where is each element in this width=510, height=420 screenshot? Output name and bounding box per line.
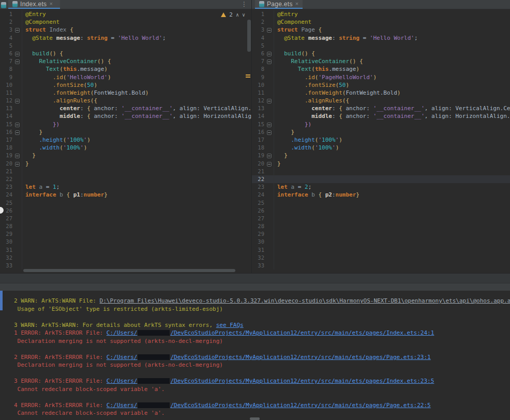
build-console[interactable]: 2 WARN: ArkTS:WARN File: D:\Program File… [0, 291, 510, 420]
file-link[interactable]: C:/Users/ [107, 378, 138, 384]
close-tab-icon[interactable]: × [295, 1, 298, 7]
code-line[interactable]: 21 [252, 168, 510, 175]
fold-icon[interactable] [267, 130, 272, 135]
horizontal-scrollbar[interactable] [23, 269, 235, 272]
code-line[interactable]: 25 [0, 199, 251, 207]
code-line[interactable]: 3struct Page { [252, 26, 510, 34]
code-line[interactable]: 16 } [0, 128, 251, 136]
code-line[interactable]: 23let a = 2; [252, 183, 510, 191]
code-line[interactable]: 11 .fontWeight(FontWeight.Bold) [0, 89, 251, 97]
code-line[interactable]: 28 [0, 222, 251, 230]
code-line[interactable]: 30 [252, 238, 510, 246]
code-line[interactable]: 3struct Index { [0, 26, 251, 34]
faq-link[interactable]: see FAQs [216, 322, 244, 328]
file-link[interactable]: C:/Users/ [107, 329, 138, 336]
code-line[interactable]: 22 [0, 175, 251, 183]
code-line[interactable]: 16 } [252, 128, 510, 136]
code-line[interactable]: 31 [252, 246, 510, 254]
code-line[interactable]: 4 @State message: string = 'Hello World'… [252, 34, 510, 42]
error-stripe-mark[interactable] [246, 74, 250, 79]
code-line[interactable]: 22 [252, 175, 510, 183]
code-line[interactable]: 19 } [252, 152, 510, 159]
inspections-widget[interactable]: 2 ∧ ∨ [221, 11, 245, 19]
file-link[interactable]: /DevEcoStudioProjects/MyApplication12/en… [170, 378, 434, 384]
prev-issue-icon[interactable]: ∧ [236, 11, 239, 19]
code-line[interactable]: 15 }) [0, 121, 251, 128]
fold-icon[interactable] [267, 28, 272, 33]
code-line[interactable]: 20} [0, 160, 251, 168]
code-line[interactable]: 24interface b { p2:number} [252, 191, 510, 199]
code-line[interactable]: 2@Component [252, 18, 510, 26]
code-line[interactable]: 8 Text(this.message) [0, 65, 251, 73]
code-line[interactable]: 8 Text(this.message) [252, 65, 510, 73]
next-issue-icon[interactable]: ∨ [242, 11, 245, 19]
fold-icon[interactable] [15, 162, 20, 167]
code-line[interactable]: 21 [0, 168, 251, 175]
tab-index-ets[interactable]: Index.ets × [8, 0, 60, 9]
code-line[interactable]: 13 center: { anchor: '__container__', al… [0, 104, 251, 112]
code-line[interactable]: 24interface b { p1:number} [0, 191, 251, 199]
fold-icon[interactable] [267, 99, 272, 103]
code-line[interactable]: 4 @State message: string = 'Hello World'… [0, 34, 251, 42]
code-line[interactable]: 5 [0, 42, 251, 50]
code-line[interactable]: 27 [252, 215, 510, 222]
code-line[interactable]: 5 [252, 42, 510, 50]
code-line[interactable]: 12 .alignRules({ [0, 97, 251, 104]
code-line[interactable]: 26 [0, 207, 251, 215]
close-tab-icon[interactable]: × [49, 1, 52, 7]
code-line[interactable]: 6 build() { [252, 50, 510, 57]
code-line[interactable]: 29 [252, 230, 510, 238]
fold-icon[interactable] [267, 123, 272, 127]
fold-icon[interactable] [267, 52, 272, 56]
code-line[interactable]: 18 .width('100%') [252, 144, 510, 152]
code-line[interactable]: 9 .id('HelloWorld') [0, 73, 251, 81]
code-line[interactable]: 12 .alignRules({ [252, 97, 510, 104]
code-line[interactable]: 29 [0, 230, 251, 238]
fold-icon[interactable] [15, 99, 20, 103]
console-horizontal-scrollbar[interactable] [250, 417, 260, 420]
code-line[interactable]: 7 RelativeContainer() { [252, 57, 510, 65]
code-line[interactable]: 17 .height('100%') [0, 136, 251, 144]
fold-icon[interactable] [267, 59, 272, 64]
code-line[interactable]: 1@Entry [0, 10, 251, 18]
code-line[interactable]: 14 middle: { anchor: '__container__', al… [252, 112, 510, 120]
code-line[interactable]: 20} [252, 160, 510, 168]
file-link[interactable]: C:/Users/ [107, 402, 138, 409]
code-line[interactable]: 17 .height('100%') [252, 136, 510, 144]
code-line[interactable]: 1@Entry [252, 10, 510, 18]
code-line[interactable]: 27 [0, 215, 251, 222]
code-editor-page[interactable]: 1@Entry2@Component3struct Page {4 @State… [252, 9, 510, 274]
code-line[interactable]: 7 RelativeContainer() { [0, 57, 251, 65]
code-line[interactable]: 14 middle: { anchor: '__container__', al… [0, 112, 251, 120]
fold-icon[interactable] [15, 28, 20, 33]
code-line[interactable]: 26 [252, 207, 510, 215]
vertical-scrollbar[interactable] [247, 20, 251, 52]
fold-icon[interactable] [15, 123, 20, 127]
code-line[interactable]: 28 [252, 222, 510, 230]
code-line[interactable]: 11 .fontWeight(FontWeight.Bold) [252, 89, 510, 97]
fold-icon[interactable] [15, 154, 20, 158]
code-line[interactable]: 6 build() { [0, 50, 251, 57]
fold-icon[interactable] [267, 154, 272, 158]
code-line[interactable]: 9 .id('PageHelloWorld') [252, 73, 510, 81]
code-line[interactable]: 31 [0, 246, 251, 254]
file-link[interactable]: D:\Program Files\Huawei\deveco-studio-5.… [100, 297, 510, 304]
code-line[interactable]: 30 [0, 238, 251, 246]
file-link[interactable]: /DevEcoStudioProjects/MyApplication12/en… [170, 329, 434, 336]
code-line[interactable]: 25 [252, 199, 510, 207]
code-line[interactable]: 18 .width('100%') [0, 144, 251, 152]
tab-page-ets[interactable]: Page.ets × [255, 0, 303, 9]
console-scrollbar[interactable] [0, 291, 3, 310]
code-line[interactable]: 10 .fontSize(50) [0, 81, 251, 89]
file-link[interactable]: /DevEcoStudioProjects/MyApplication12/en… [170, 354, 430, 361]
fold-icon[interactable] [15, 52, 20, 56]
fold-icon[interactable] [267, 162, 272, 167]
code-line[interactable]: 2@Component [0, 18, 251, 26]
file-link[interactable]: /DevEcoStudioProjects/MyApplication12/en… [170, 402, 430, 409]
more-options-icon[interactable]: ⋮ [241, 1, 247, 8]
code-line[interactable]: 19 } [0, 152, 251, 159]
code-line[interactable]: 32 [252, 254, 510, 262]
fold-icon[interactable] [15, 130, 20, 135]
code-line[interactable]: 33 [252, 262, 510, 269]
code-line[interactable]: 13 center: { anchor: '__container__', al… [252, 104, 510, 112]
